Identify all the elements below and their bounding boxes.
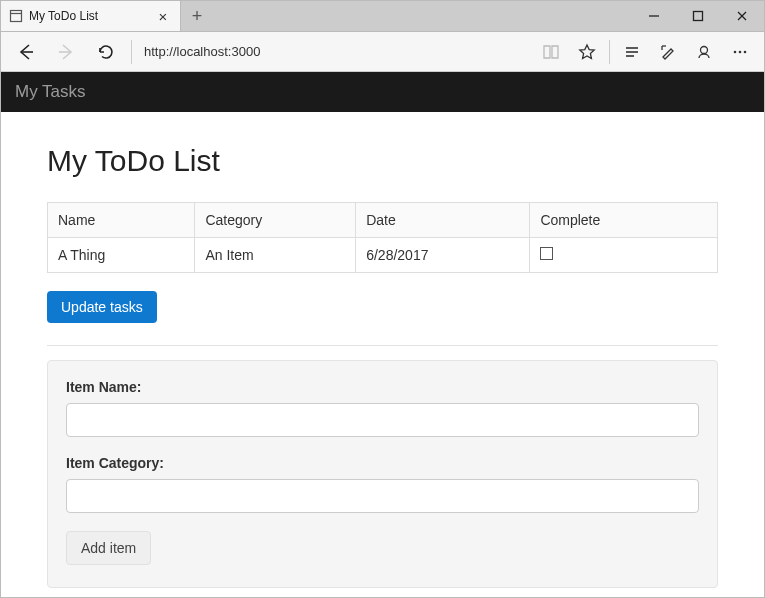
window-titlebar: My ToDo List × + bbox=[1, 1, 764, 32]
separator bbox=[131, 40, 132, 64]
hub-icon[interactable] bbox=[614, 34, 650, 70]
refresh-button[interactable] bbox=[87, 34, 125, 70]
tasks-table: Name Category Date Complete A Thing An I… bbox=[47, 202, 718, 273]
divider bbox=[47, 345, 718, 346]
share-icon[interactable] bbox=[686, 34, 722, 70]
more-icon[interactable] bbox=[722, 34, 758, 70]
update-tasks-button[interactable]: Update tasks bbox=[47, 291, 157, 323]
item-category-input[interactable] bbox=[66, 479, 699, 513]
close-window-button[interactable] bbox=[720, 1, 764, 32]
page-icon bbox=[9, 9, 23, 23]
cell-category: An Item bbox=[195, 238, 356, 273]
page-content: My Tasks My ToDo List Name Category Date… bbox=[1, 72, 764, 588]
col-complete: Complete bbox=[530, 203, 718, 238]
window-controls bbox=[632, 1, 764, 31]
col-category: Category bbox=[195, 203, 356, 238]
tab-close-icon[interactable]: × bbox=[152, 8, 174, 25]
back-button[interactable] bbox=[7, 34, 45, 70]
url-input[interactable]: http://localhost:3000 bbox=[138, 39, 531, 65]
site-navbar: My Tasks bbox=[1, 72, 764, 112]
item-name-label: Item Name: bbox=[66, 379, 699, 395]
svg-rect-3 bbox=[694, 12, 703, 21]
table-row: A Thing An Item 6/28/2017 bbox=[48, 238, 718, 273]
add-item-button[interactable]: Add item bbox=[66, 531, 151, 565]
tab-title: My ToDo List bbox=[29, 9, 146, 23]
minimize-button[interactable] bbox=[632, 1, 676, 32]
favorite-icon[interactable] bbox=[569, 34, 605, 70]
table-header-row: Name Category Date Complete bbox=[48, 203, 718, 238]
maximize-button[interactable] bbox=[676, 1, 720, 32]
new-tab-button[interactable]: + bbox=[181, 1, 213, 31]
item-name-input[interactable] bbox=[66, 403, 699, 437]
reading-view-icon[interactable] bbox=[533, 34, 569, 70]
notes-icon[interactable] bbox=[650, 34, 686, 70]
cell-date: 6/28/2017 bbox=[356, 238, 530, 273]
svg-point-16 bbox=[744, 50, 747, 53]
svg-point-15 bbox=[739, 50, 742, 53]
col-name: Name bbox=[48, 203, 195, 238]
cell-complete bbox=[530, 238, 718, 273]
address-bar: http://localhost:3000 bbox=[1, 32, 764, 72]
forward-button[interactable] bbox=[47, 34, 85, 70]
svg-point-13 bbox=[701, 46, 708, 53]
add-item-form: Item Name: Item Category: Add item bbox=[47, 360, 718, 588]
svg-rect-0 bbox=[11, 11, 22, 22]
browser-tab[interactable]: My ToDo List × bbox=[1, 1, 181, 31]
page-title: My ToDo List bbox=[47, 144, 718, 178]
svg-point-14 bbox=[734, 50, 737, 53]
col-date: Date bbox=[356, 203, 530, 238]
navbar-brand[interactable]: My Tasks bbox=[15, 82, 86, 102]
complete-checkbox[interactable] bbox=[540, 247, 553, 260]
url-text: http://localhost:3000 bbox=[144, 44, 260, 59]
separator bbox=[609, 40, 610, 64]
cell-name: A Thing bbox=[48, 238, 195, 273]
item-category-label: Item Category: bbox=[66, 455, 699, 471]
